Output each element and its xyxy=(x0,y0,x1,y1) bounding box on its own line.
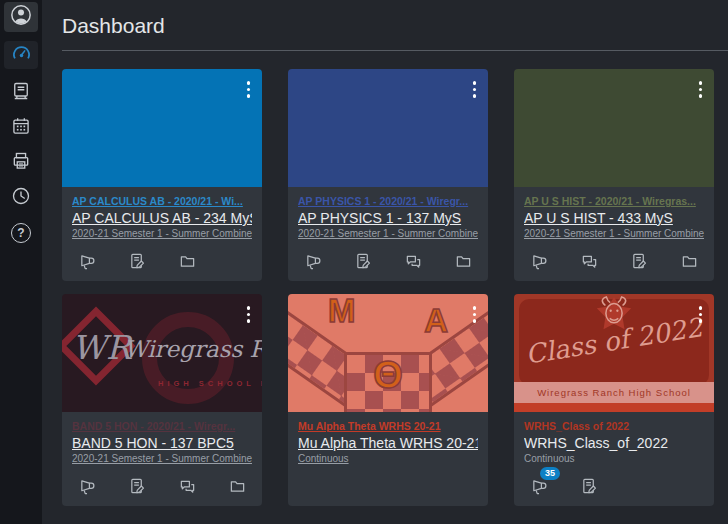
files-folder-icon[interactable] xyxy=(681,253,698,274)
course-card-body: WRHS_Class of 2022 WRHS_Class_of_2022 Co… xyxy=(514,412,714,506)
course-card-body: AP CALCULUS AB - 2020/21 - Wi... AP CALC… xyxy=(62,187,262,281)
course-card-body: BAND 5 HON - 2020/21 - Wiregr... BAND 5 … xyxy=(62,412,262,506)
course-card-grid: AP CALCULUS AB - 2020/21 - Wi... AP CALC… xyxy=(62,69,728,506)
announcement-icon[interactable] xyxy=(79,253,96,274)
course-nickname-link[interactable]: BAND 5 HON - 2020/21 - Wiregr... xyxy=(72,420,252,432)
discussions-icon[interactable] xyxy=(179,478,196,499)
course-title-link[interactable]: Mu Alpha Theta WRHS 20-21 xyxy=(298,435,478,451)
course-card-image[interactable]: M A Θ xyxy=(288,294,488,412)
assignment-icon[interactable] xyxy=(129,478,146,499)
announcement-icon[interactable] xyxy=(79,478,96,499)
card-options-kebab-icon[interactable] xyxy=(245,304,253,325)
card-options-kebab-icon[interactable] xyxy=(471,79,479,100)
clock-icon xyxy=(11,186,31,210)
mat-letter-theta: Θ xyxy=(373,354,403,397)
assignment-icon[interactable] xyxy=(631,253,648,274)
band-monogram: WR xyxy=(72,328,131,367)
announcement-icon[interactable] xyxy=(531,478,548,499)
course-term-link[interactable]: 2020-21 Semester 1 - Summer Combine... xyxy=(298,228,478,239)
assignment-icon[interactable] xyxy=(581,478,598,499)
course-card-image[interactable] xyxy=(62,69,262,187)
course-card-mu-alpha-theta: M A Θ Mu Alpha Theta WRHS 20-21 Mu Alpha… xyxy=(288,294,488,506)
card-action-icons xyxy=(62,253,262,274)
help-icon: ? xyxy=(11,223,31,243)
help-nav-button[interactable]: ? xyxy=(4,219,38,247)
courses-nav-button[interactable] xyxy=(4,79,38,107)
course-card-ap-physics: AP PHYSICS 1 - 2020/21 - Wiregr... AP PH… xyxy=(288,69,488,281)
course-title-link[interactable]: AP PHYSICS 1 - 137 MyS xyxy=(298,210,478,226)
card-action-icons: 35 xyxy=(514,478,714,499)
history-nav-button[interactable] xyxy=(4,184,38,212)
course-nickname-link[interactable]: AP PHYSICS 1 - 2020/21 - Wiregr... xyxy=(298,195,478,207)
course-card-image[interactable]: Class of 2022 Wiregrass Ranch High Schoo… xyxy=(514,294,714,412)
inbox-icon xyxy=(11,151,31,175)
dashboard-nav-button[interactable] xyxy=(4,41,38,69)
account-nav-button[interactable] xyxy=(4,2,38,32)
card-options-kebab-icon[interactable] xyxy=(697,304,705,325)
course-term-link[interactable]: Continuous xyxy=(524,453,704,464)
course-nickname-link[interactable]: Mu Alpha Theta WRHS 20-21 xyxy=(298,420,478,432)
card-action-icons xyxy=(288,253,488,274)
card-options-kebab-icon[interactable] xyxy=(245,79,253,100)
course-card-body: AP U S HIST - 2020/21 - Wiregras... AP U… xyxy=(514,187,714,281)
course-card-class-of-2022: Class of 2022 Wiregrass Ranch High Schoo… xyxy=(514,294,714,506)
course-card-image[interactable]: WR Wiregrass Ran HIGH SCHOOL BAND xyxy=(62,294,262,412)
course-title-link[interactable]: AP CALCULUS AB - 234 MyS xyxy=(72,210,252,226)
dashboard-gauge-icon xyxy=(11,43,32,68)
book-icon xyxy=(11,81,31,105)
course-title-link[interactable]: AP U S HIST - 433 MyS xyxy=(524,210,704,226)
course-term-link[interactable]: Continuous xyxy=(298,453,478,464)
mat-letter-a: A xyxy=(424,302,448,340)
course-card-band: WR Wiregrass Ran HIGH SCHOOL BAND BAND 5… xyxy=(62,294,262,506)
calendar-icon xyxy=(11,116,31,140)
unread-count-badge: 35 xyxy=(540,467,560,480)
course-term-link[interactable]: 2020-21 Semester 1 - Summer Combine... xyxy=(72,228,252,239)
announcement-icon[interactable] xyxy=(305,253,322,274)
assignment-icon[interactable] xyxy=(129,253,146,274)
band-subtitle-text: HIGH SCHOOL BAND xyxy=(158,379,262,388)
band-script-text: Wiregrass Ran xyxy=(124,336,262,362)
course-term-link[interactable]: 2020-21 Semester 1 - Summer Combine... xyxy=(72,453,252,464)
course-card-image[interactable] xyxy=(288,69,488,187)
main-content: Dashboard AP CALCULUS AB - 2020/21 - Wi.… xyxy=(42,0,728,524)
announcement-icon[interactable] xyxy=(531,253,548,274)
course-card-body: Mu Alpha Theta WRHS 20-21 Mu Alpha Theta… xyxy=(288,412,488,506)
course-card-body: AP PHYSICS 1 - 2020/21 - Wiregr... AP PH… xyxy=(288,187,488,281)
card-options-kebab-icon[interactable] xyxy=(471,304,479,325)
files-folder-icon[interactable] xyxy=(455,253,472,274)
help-glyph: ? xyxy=(17,226,24,240)
inbox-nav-button[interactable] xyxy=(4,149,38,177)
card-action-icons xyxy=(62,478,262,499)
course-card-image[interactable] xyxy=(514,69,714,187)
files-folder-icon[interactable] xyxy=(229,478,246,499)
course-title-link[interactable]: BAND 5 HON - 137 BPC5 xyxy=(72,435,252,451)
course-nickname-link[interactable]: AP U S HIST - 2020/21 - Wiregras... xyxy=(524,195,704,207)
class2022-bottom-stripe xyxy=(514,403,714,412)
card-action-icons xyxy=(514,253,714,274)
files-folder-icon[interactable] xyxy=(179,253,196,274)
page-title: Dashboard xyxy=(62,14,728,38)
discussions-icon[interactable] xyxy=(581,253,598,274)
course-nickname-link[interactable]: WRHS_Class of 2022 xyxy=(524,420,704,432)
canvas-dashboard-screen: ? Dashboard AP CALCULUS AB - 2020/21 - W… xyxy=(0,0,728,524)
calendar-nav-button[interactable] xyxy=(4,114,38,142)
course-term-link[interactable]: 2020-21 Semester 1 - Summer Combine... xyxy=(524,228,704,239)
avatar-icon xyxy=(10,4,32,30)
card-options-kebab-icon[interactable] xyxy=(697,79,705,100)
class2022-school-banner: Wiregrass Ranch High School xyxy=(514,382,714,403)
global-nav-sidebar: ? xyxy=(0,0,42,524)
course-title-link[interactable]: WRHS_Class_of_2022 xyxy=(524,435,704,451)
course-card-ap-us-hist: AP U S HIST - 2020/21 - Wiregras... AP U… xyxy=(514,69,714,281)
discussions-icon[interactable] xyxy=(405,253,422,274)
mat-letter-m: M xyxy=(328,294,356,330)
header-divider xyxy=(62,50,728,51)
assignment-icon[interactable] xyxy=(355,253,372,274)
course-card-ap-calculus: AP CALCULUS AB - 2020/21 - Wi... AP CALC… xyxy=(62,69,262,281)
course-nickname-link[interactable]: AP CALCULUS AB - 2020/21 - Wi... xyxy=(72,195,252,207)
